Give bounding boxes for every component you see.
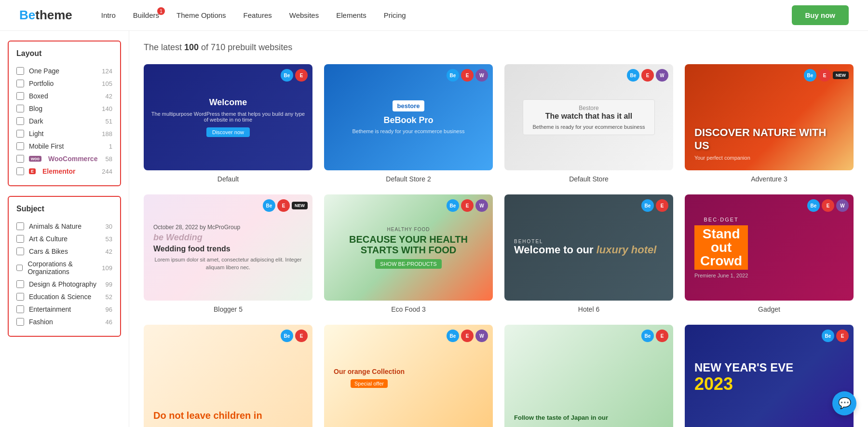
filter-woocommerce[interactable]: woo WooCommerce 58: [16, 152, 112, 165]
filter-entertainment-checkbox[interactable]: [16, 305, 24, 313]
badge-woo-oc: W: [475, 330, 488, 342]
filter-elementor[interactable]: E Elementor 244: [16, 165, 112, 178]
filter-elementor-checkbox[interactable]: [16, 167, 24, 175]
badge-elem-ch: E: [295, 330, 308, 342]
nav-intro[interactable]: Intro: [101, 11, 116, 19]
filter-entertainment-count: 96: [106, 306, 112, 313]
filter-art-culture-label: Art & Culture: [29, 235, 68, 243]
thumb-oc-badge: Special offer: [351, 379, 388, 388]
template-children[interactable]: Do not leave children in Be E Children: [144, 325, 312, 427]
nav-websites[interactable]: Websites: [289, 11, 319, 19]
filter-art-culture[interactable]: Art & Culture 53: [16, 233, 112, 245]
nav-elements[interactable]: Elements: [336, 11, 366, 19]
h6-badges: Be E: [641, 199, 668, 212]
filter-light-checkbox[interactable]: [16, 130, 24, 138]
filter-entertainment[interactable]: Entertainment 96: [16, 303, 112, 316]
badge-be-ds: Be: [627, 69, 639, 82]
filter-light[interactable]: Light 188: [16, 127, 112, 140]
woo-icon: woo: [29, 156, 41, 162]
template-orange-collection[interactable]: Our orange Collection Special offer Be E…: [324, 325, 493, 427]
template-default[interactable]: Welcome The multipurpose WordPress theme…: [144, 64, 312, 183]
thumb-h6-main: Welcome to our luxury hotel: [514, 244, 656, 256]
template-default-store[interactable]: Bestore The watch that has it all Bethem…: [504, 64, 673, 183]
thumb-default-sub: The multipurpose WordPress theme that he…: [149, 111, 307, 123]
thumb-b5-date: October 28, 2022 by McProGroup: [153, 224, 240, 231]
nav-theme-options[interactable]: Theme Options: [176, 11, 226, 19]
thumb-b5-sub: Lorem ipsum dolor sit amet, consectetur …: [153, 256, 303, 271]
b5-badges: Be E NEW: [263, 199, 308, 212]
filter-woocommerce-count: 58: [106, 155, 112, 163]
filter-elementor-label: Elementor: [42, 167, 75, 175]
header-total: 710: [211, 42, 225, 52]
template-eco-food-3[interactable]: HEALTHY FOOD BECAUSE YOUR HEALTH STARTS …: [324, 194, 493, 313]
filter-design-photography-checkbox[interactable]: [16, 280, 24, 288]
chat-bubble-button[interactable]: 💬: [832, 391, 856, 415]
layout-section-title: Layout: [16, 49, 112, 58]
filter-education-science[interactable]: Education & Science 52: [16, 290, 112, 303]
filter-one-page[interactable]: One Page 124: [16, 65, 112, 77]
filter-design-photography-count: 99: [106, 281, 112, 288]
filter-animals-nature-checkbox[interactable]: [16, 222, 24, 230]
filter-fashion-label: Fashion: [29, 318, 53, 326]
oc-badges: Be E W: [447, 330, 488, 342]
template-hotel-6[interactable]: BEHOTEL Welcome to our luxury hotel Be E…: [504, 194, 673, 313]
adv3-badges: Be E NEW: [804, 69, 849, 82]
badge-new-adv3: NEW: [833, 71, 849, 79]
thumb-ef3-top: HEALTHY FOOD: [387, 227, 430, 232]
filter-cars-bikes-checkbox[interactable]: [16, 248, 24, 255]
nav-builders[interactable]: Builders 1: [133, 11, 159, 19]
template-gadget[interactable]: BEC·DGET StandoutCrowd Premiere June 1, …: [685, 194, 854, 313]
filter-fashion[interactable]: Fashion 46: [16, 316, 112, 328]
filter-one-page-checkbox[interactable]: [16, 67, 24, 75]
filter-education-science-checkbox[interactable]: [16, 293, 24, 301]
nav-features[interactable]: Features: [244, 11, 272, 19]
logo-theme: theme: [35, 8, 72, 22]
template-adventure-3[interactable]: DISCOVER NATURE WITH US Your perfect com…: [685, 64, 854, 183]
template-default-store-2[interactable]: bestore BeBook Pro Betheme is ready for …: [324, 64, 493, 183]
badge-elem-jf: E: [656, 330, 668, 342]
filter-portfolio-checkbox[interactable]: [16, 80, 24, 87]
content-area: The latest 100 of 710 prebuilt websites …: [129, 31, 868, 427]
thumb-adv3-main: DISCOVER NATURE WITH US: [694, 126, 844, 152]
filter-animals-nature[interactable]: Animals & Nature 30: [16, 220, 112, 233]
filter-art-culture-checkbox[interactable]: [16, 235, 24, 243]
filter-blog[interactable]: Blog 140: [16, 102, 112, 115]
filter-fashion-checkbox[interactable]: [16, 318, 24, 326]
nav-pricing[interactable]: Pricing: [384, 11, 406, 19]
filter-corporations-count: 109: [102, 264, 112, 272]
filter-corporations-checkbox[interactable]: [16, 264, 23, 272]
header-latest: The latest: [144, 42, 184, 52]
filter-portfolio-count: 105: [102, 80, 112, 87]
filter-woocommerce-checkbox[interactable]: [16, 155, 24, 163]
filter-portfolio-label: Portfolio: [29, 80, 54, 87]
filter-cars-bikes[interactable]: Cars & Bikes 42: [16, 245, 112, 258]
badge-be-ch: Be: [281, 330, 293, 342]
filter-mobile-first-checkbox[interactable]: [16, 142, 24, 150]
filter-design-photography[interactable]: Design & Photography 99: [16, 278, 112, 290]
logo[interactable]: Betheme: [19, 8, 72, 23]
filter-corporations[interactable]: Corporations & Organizations 109: [16, 258, 112, 278]
thumb-gad-sub: Premiere June 1, 2022: [694, 273, 748, 278]
filter-blog-checkbox[interactable]: [16, 105, 24, 112]
filter-design-photography-label: Design & Photography: [29, 280, 96, 288]
filter-boxed-checkbox[interactable]: [16, 92, 24, 100]
template-gad-label: Gadget: [685, 305, 854, 313]
filter-mobile-first[interactable]: Mobile First 1: [16, 140, 112, 152]
ny-badges: Be E: [822, 330, 849, 342]
template-japan-food[interactable]: Follow the taste of Japan in our Be E Ja…: [504, 325, 673, 427]
filter-portfolio[interactable]: Portfolio 105: [16, 77, 112, 90]
filter-boxed[interactable]: Boxed 42: [16, 90, 112, 102]
template-blogger-5[interactable]: October 28, 2022 by McProGroup be Weddin…: [144, 194, 312, 313]
buy-now-button[interactable]: Buy now: [792, 5, 849, 25]
thumb-gad-brand: BEC·DGET: [694, 217, 748, 222]
badge-be-h6: Be: [641, 199, 654, 212]
filter-dark-checkbox[interactable]: [16, 117, 24, 125]
filter-fashion-count: 46: [106, 318, 112, 326]
badge-elem: E: [295, 69, 308, 82]
elem-icon: E: [29, 168, 36, 174]
filter-dark[interactable]: Dark 51: [16, 115, 112, 127]
thumb-ef3-main: BECAUSE YOUR HEALTH STARTS WITH FOOD: [330, 234, 487, 255]
badge-elem-b5: E: [277, 199, 290, 212]
badge-be-adv3: Be: [804, 69, 816, 82]
template-new-years-eve[interactable]: NEW YEAR'S EVE 2023 Be E New Year's Eve: [685, 325, 854, 427]
